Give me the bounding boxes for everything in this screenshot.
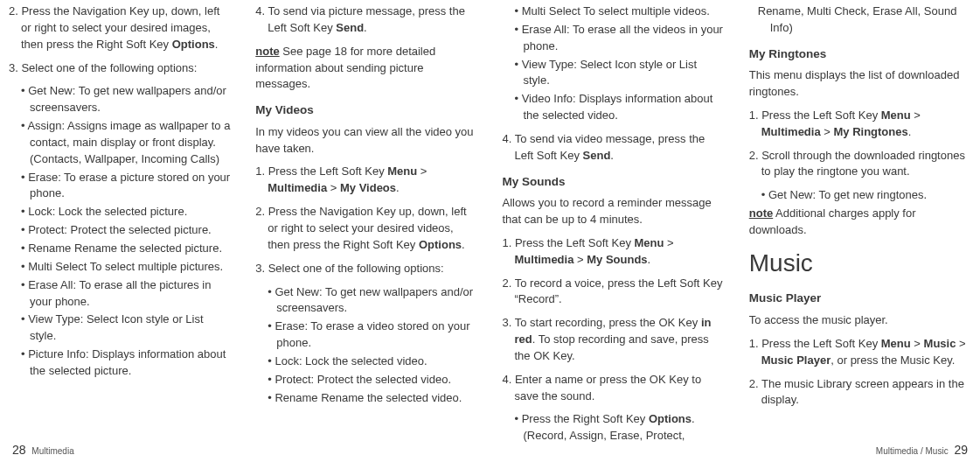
column-3: Multi Select To select multiple videos. … bbox=[503, 4, 725, 446]
text: , or press the Music Key. bbox=[831, 354, 955, 367]
column-2: 4. To send via picture message, press th… bbox=[255, 4, 477, 446]
col1-step-3: 3. Select one of the following options: bbox=[9, 60, 231, 77]
list-item: Lock: Lock the selected video. bbox=[268, 354, 477, 370]
bold: My Sounds bbox=[587, 253, 647, 266]
text: . bbox=[215, 38, 219, 51]
bold: Menu bbox=[881, 337, 911, 350]
list-item: Assign: Assigns image as wallpaper to a … bbox=[21, 118, 231, 168]
col4-bullets: Get New: To get new ringtones. bbox=[749, 187, 971, 204]
col3-step-3: 3. To start recording, press the OK Key … bbox=[503, 315, 725, 365]
col3-step-4b: 4. Enter a name or press the OK Key to s… bbox=[503, 372, 725, 405]
subhead-my-ringtones: My Ringtones bbox=[749, 46, 971, 63]
col2-bullets: Get New: To get new wallpapers and/or sc… bbox=[255, 284, 477, 407]
text: > bbox=[821, 125, 834, 138]
list-item: View Type: Select Icon style or List sty… bbox=[515, 57, 725, 90]
page-columns: 2. Press the Navigation Key up, down, le… bbox=[0, 0, 980, 446]
col2-step-3: 3. Select one of the following options: bbox=[255, 261, 477, 277]
list-item: Protect: Protect the selected picture. bbox=[21, 222, 231, 239]
text: > bbox=[911, 108, 921, 122]
text: > bbox=[573, 253, 587, 266]
page-number-left: 28 bbox=[12, 441, 26, 458]
bold: Send bbox=[583, 149, 611, 162]
col3-step-2: 2. To record a voice, press the Left Sof… bbox=[503, 276, 725, 309]
text: > bbox=[417, 164, 427, 178]
bold: Options bbox=[172, 38, 215, 51]
list-item: Erase: To erase a video stored on your p… bbox=[268, 318, 477, 352]
text: > bbox=[956, 337, 965, 350]
col2-note: note See page 18 for more detailed infor… bbox=[255, 44, 477, 94]
bold: Menu bbox=[881, 108, 911, 122]
bold: Music Player bbox=[761, 354, 831, 367]
section-heading-music: Music bbox=[749, 246, 971, 282]
bold: Multimedia bbox=[761, 125, 821, 138]
list-item: Video Info: Displays information about t… bbox=[515, 91, 725, 124]
page-number-right: 29 bbox=[954, 441, 968, 458]
col3-sub-bullet: Press the Right Soft Key Options. (Recor… bbox=[503, 411, 725, 444]
bold: Music bbox=[924, 337, 956, 350]
col4-step-1: 1. Press the Left Soft Key Menu > Multim… bbox=[749, 108, 971, 141]
col3-step-4: 4. To send via video message, press the … bbox=[503, 131, 725, 164]
list-item: Rename Rename the selected picture. bbox=[21, 241, 231, 257]
text: . bbox=[462, 238, 465, 251]
text: . bbox=[648, 253, 651, 266]
col4-mp-step-2: 2. The music Library screen appears in t… bbox=[749, 376, 971, 410]
text: Press the Right Soft Key bbox=[522, 412, 649, 425]
text: . bbox=[610, 149, 614, 162]
list-item: Multi Select To select multiple videos. bbox=[515, 4, 725, 20]
note-text: Additional charges apply for downloads. bbox=[749, 206, 916, 236]
list-item: Erase: To erase a picture stored on your… bbox=[21, 170, 231, 203]
col1-step-2: 2. Press the Navigation Key up, down, le… bbox=[9, 4, 231, 53]
bold: Multimedia bbox=[268, 181, 327, 194]
note-label: note bbox=[255, 45, 279, 58]
list-item: View Type: Select Icon style or List sty… bbox=[21, 312, 231, 345]
text: 1. Press the Left Soft Key bbox=[503, 236, 635, 249]
column-1: 2. Press the Navigation Key up, down, le… bbox=[9, 4, 231, 446]
note-label: note bbox=[749, 206, 773, 220]
footer-right: Multimedia / Music 29 bbox=[876, 441, 971, 458]
col4-intro2: To access the music player. bbox=[749, 312, 971, 329]
bold: My Ringtones bbox=[833, 125, 907, 138]
text: 3. To start recording, press the OK Key bbox=[503, 316, 701, 329]
note-text: See page 18 for more detailed informatio… bbox=[255, 45, 435, 91]
col4-continuation: Rename, Multi Check, Erase All, Sound In… bbox=[749, 4, 971, 37]
bold: Options bbox=[649, 412, 692, 425]
text: . bbox=[908, 125, 912, 138]
col4-note: note Additional charges apply for downlo… bbox=[749, 206, 971, 239]
col2-step-2: 2. Press the Navigation Key up, down, le… bbox=[255, 204, 477, 254]
text: > bbox=[327, 181, 340, 194]
text: 1. Press the Left Soft Key bbox=[749, 108, 881, 122]
bold: Send bbox=[336, 21, 364, 34]
subhead-my-videos: My Videos bbox=[255, 102, 477, 119]
list-item: Multi Select To select multiple pictures… bbox=[21, 259, 231, 276]
list-item: Protect: Protect the selected video. bbox=[268, 372, 477, 388]
footer-left-text: Multimedia bbox=[31, 446, 73, 456]
col2-step-4: 4. To send via picture message, press th… bbox=[255, 4, 477, 37]
text: . To stop recording and save, press the … bbox=[515, 332, 709, 362]
list-item: Rename Rename the selected video. bbox=[268, 390, 477, 407]
col4-step-2: 2. Scroll through the downloaded rington… bbox=[749, 148, 971, 181]
bold: Menu bbox=[387, 164, 417, 178]
col3-intro: Allows you to record a reminder message … bbox=[503, 195, 725, 228]
list-item: Erase All: To erase all the pictures in … bbox=[21, 277, 231, 311]
col4-intro: This menu displays the list of downloade… bbox=[749, 67, 971, 101]
bold: Options bbox=[419, 238, 462, 251]
col4-mp-step-1: 1. Press the Left Soft Key Menu > Music … bbox=[749, 336, 971, 369]
text: 1. Press the Left Soft Key bbox=[749, 337, 881, 350]
list-item: Erase All: To erase all the videos in yo… bbox=[515, 22, 725, 55]
text: . bbox=[364, 21, 367, 34]
text: . bbox=[396, 181, 400, 194]
col3-bullets-top: Multi Select To select multiple videos. … bbox=[503, 4, 725, 124]
list-item: Get New: To get new wallpapers and/or sc… bbox=[21, 83, 231, 116]
bold: Multimedia bbox=[515, 253, 574, 266]
col2-intro: In my videos you can view all the video … bbox=[255, 124, 477, 158]
text: > bbox=[664, 236, 673, 249]
bold: Menu bbox=[635, 236, 664, 249]
text: > bbox=[911, 337, 924, 350]
list-item: Get New: To get new wallpapers and/or sc… bbox=[268, 284, 477, 318]
list-item: Lock: Lock the selected picture. bbox=[21, 204, 231, 220]
list-item: Picture Info: Displays information about… bbox=[21, 346, 231, 380]
footer-right-text: Multimedia / Music bbox=[876, 446, 949, 456]
text: 1. Press the Left Soft Key bbox=[255, 164, 387, 178]
list-item: Press the Right Soft Key Options. (Recor… bbox=[515, 411, 725, 444]
footer-left: 28 Multimedia bbox=[9, 441, 74, 458]
